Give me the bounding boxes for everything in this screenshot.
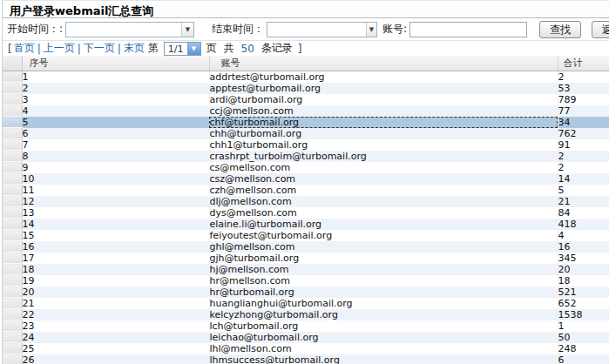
account-cell: czh@mellson.com <box>209 185 558 196</box>
column-header-account: 账号 <box>209 56 558 71</box>
first-page-link[interactable]: 首页 <box>14 41 35 56</box>
row-selector[interactable] <box>3 275 22 286</box>
table-row[interactable]: 20hr@turbomail.org521 <box>3 286 609 298</box>
table-row[interactable]: 16ghl@mellson.com16 <box>3 241 609 253</box>
row-selector[interactable] <box>3 253 22 264</box>
end-time-input[interactable] <box>267 23 366 37</box>
row-number-cell: 14 <box>22 219 209 230</box>
account-cell: addrtest@turbomail.org <box>209 71 558 83</box>
account-cell: hr@mellson.com <box>209 275 558 286</box>
row-selector[interactable] <box>3 139 22 151</box>
row-number-cell: 11 <box>22 185 209 196</box>
row-selector[interactable] <box>3 173 22 185</box>
end-time-combobox: ▼ <box>267 22 377 37</box>
table-row[interactable]: 23lch@turbomail.org1 <box>3 320 609 332</box>
row-selector[interactable] <box>3 128 22 139</box>
column-header-total: 合计 <box>558 56 609 71</box>
table-row[interactable]: 13dys@mellson.com84 <box>3 207 609 219</box>
row-selector[interactable] <box>3 151 22 162</box>
row-selector[interactable] <box>3 320 22 332</box>
total-cell: 84 <box>558 207 609 219</box>
row-selector[interactable] <box>3 117 22 128</box>
next-page-link[interactable]: 下一页 <box>84 41 115 56</box>
table-row[interactable]: 11czh@mellson.com5 <box>3 185 609 196</box>
total-cell: 50 <box>558 332 609 343</box>
end-time-dropdown-button[interactable]: ▼ <box>366 23 376 37</box>
row-number-cell: 17 <box>22 253 209 264</box>
separator: | <box>118 43 121 55</box>
row-selector[interactable] <box>3 207 22 219</box>
start-time-input[interactable] <box>66 23 181 37</box>
row-number-cell: 23 <box>22 320 209 332</box>
row-number-cell: 18 <box>22 264 209 275</box>
table-row[interactable]: 3ardi@turbomail.org789 <box>3 94 609 105</box>
row-selector[interactable] <box>3 298 22 309</box>
table-row[interactable]: 4ccj@mellson.com77 <box>3 105 609 117</box>
row-selector[interactable] <box>3 332 22 343</box>
account-cell: hj@mellson.com <box>209 264 558 275</box>
total-prefix-label: 共 <box>224 41 234 56</box>
total-cell: 521 <box>558 286 609 298</box>
bracket-close: ] <box>298 43 302 55</box>
row-selector[interactable] <box>3 162 22 173</box>
row-selector[interactable] <box>3 71 22 83</box>
separator: | <box>78 43 81 55</box>
row-selector[interactable] <box>3 286 22 298</box>
table-row[interactable]: 2apptest@turbomail.org53 <box>3 83 609 94</box>
table-row[interactable]: 26lhmsuccess@turbomail.org6 <box>3 354 609 364</box>
table-row[interactable]: 22kelcyzhong@turbomail.org1538 <box>3 309 609 320</box>
row-number-cell: 16 <box>22 241 209 253</box>
table-header-row: 序号 账号 合计 <box>3 56 609 71</box>
row-selector[interactable] <box>3 185 22 196</box>
table-row[interactable]: 6chh@turbomail.org762 <box>3 128 609 139</box>
page-select[interactable]: 1/1 ▼ <box>164 42 201 56</box>
account-input[interactable] <box>409 22 527 37</box>
row-selector[interactable] <box>3 83 22 94</box>
total-cell: 16 <box>558 241 609 253</box>
table-row[interactable]: 1addrtest@turbomail.org2 <box>3 71 609 83</box>
row-number-cell: 5 <box>22 117 209 128</box>
row-selector[interactable] <box>3 219 22 230</box>
table-row[interactable]: 5chf@turbomail.org34 <box>3 117 609 128</box>
table-row[interactable]: 8crashrpt_turboim@turbomail.org2 <box>3 151 609 162</box>
start-time-label: 开始时间：: <box>7 22 63 37</box>
row-number-cell: 9 <box>22 162 209 173</box>
table-row[interactable]: 24leichao@turbomail.org50 <box>3 332 609 343</box>
total-cell: 20 <box>558 264 609 275</box>
row-selector[interactable] <box>3 241 22 253</box>
start-time-dropdown-button[interactable]: ▼ <box>181 23 193 37</box>
table-row[interactable]: 7chh1@turbomail.org91 <box>3 139 609 151</box>
table-row[interactable]: 25lhl@mellson.com248 <box>3 343 609 354</box>
account-cell: cs@mellson.com <box>209 162 558 173</box>
row-selector[interactable] <box>3 94 22 105</box>
prev-page-link[interactable]: 上一页 <box>44 41 75 56</box>
table-row[interactable]: 18hj@mellson.com20 <box>3 264 609 275</box>
account-cell: dys@mellson.com <box>209 207 558 219</box>
table-row[interactable]: 19hr@mellson.com18 <box>3 275 609 286</box>
chevron-down-icon: ▼ <box>187 43 200 55</box>
search-button[interactable]: 查找 <box>539 21 581 38</box>
row-selector[interactable] <box>3 354 22 364</box>
back-button[interactable]: 返回 <box>592 21 609 38</box>
row-selector[interactable] <box>3 196 22 207</box>
bracket-open: [ <box>8 43 12 55</box>
table-row[interactable]: 9cs@mellson.com2 <box>3 162 609 173</box>
row-number-cell: 19 <box>22 275 209 286</box>
row-selector[interactable] <box>3 343 22 354</box>
table-row[interactable]: 17gjh@turbomail.org345 <box>3 253 609 264</box>
row-selector[interactable] <box>3 105 22 117</box>
total-cell: 5 <box>558 185 609 196</box>
table-row[interactable]: 10csz@mellson.com14 <box>3 173 609 185</box>
separator: | <box>37 43 41 55</box>
row-selector[interactable] <box>3 230 22 241</box>
total-cell: 14 <box>558 173 609 185</box>
row-selector[interactable] <box>3 309 22 320</box>
total-cell: 18 <box>558 275 609 286</box>
table-row[interactable]: 12dlj@mellson.com21 <box>3 196 609 207</box>
row-number-cell: 25 <box>22 343 209 354</box>
last-page-link[interactable]: 末页 <box>124 41 145 56</box>
table-row[interactable]: 14elaine.li@turbomail.org418 <box>3 219 609 230</box>
table-row[interactable]: 21huanglianghui@turbomail.org652 <box>3 298 609 309</box>
row-selector[interactable] <box>3 264 22 275</box>
table-row[interactable]: 15feiyoutest@turbomail.org4 <box>3 230 609 241</box>
